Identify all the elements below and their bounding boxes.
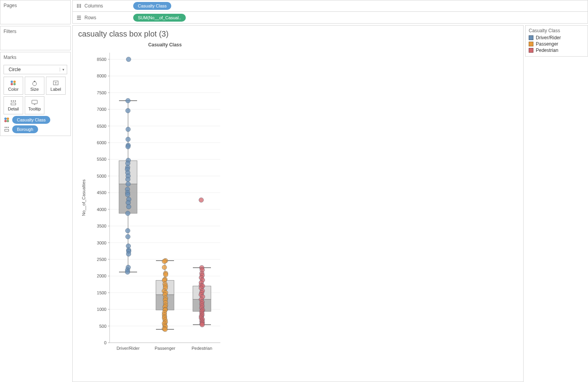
svg-point-10 <box>15 101 16 102</box>
svg-text:5500: 5500 <box>97 157 106 162</box>
legend-item[interactable]: Passenger <box>529 41 584 47</box>
legend-label: Pedestrian <box>536 48 558 53</box>
svg-point-2 <box>13 81 16 83</box>
svg-rect-21 <box>77 4 78 8</box>
marks-color-pill-row: Casualty Class <box>4 116 67 124</box>
columns-icon <box>77 4 81 8</box>
legend-item[interactable]: Pedestrian <box>529 48 584 53</box>
svg-text:8000: 8000 <box>97 73 106 78</box>
svg-point-159 <box>163 327 167 332</box>
color-legend[interactable]: Casualty Class Driver/RiderPassengerPede… <box>525 25 588 57</box>
svg-point-1 <box>11 81 13 83</box>
box-plot-chart[interactable]: Casualty Class05001000150020002500300035… <box>78 41 224 355</box>
svg-point-8 <box>11 101 12 102</box>
svg-point-15 <box>4 120 7 122</box>
svg-text:1500: 1500 <box>97 290 106 295</box>
svg-text:3000: 3000 <box>97 241 106 245</box>
columns-pill[interactable]: Casualty Class <box>133 2 171 10</box>
svg-text:2500: 2500 <box>97 257 106 262</box>
svg-point-167 <box>199 198 203 202</box>
legend-title: Casualty Class <box>529 28 584 33</box>
svg-text:3500: 3500 <box>97 224 106 228</box>
color-icon <box>4 117 10 123</box>
svg-point-97 <box>126 144 130 149</box>
chevron-down-icon: ▾ <box>60 68 64 72</box>
tooltip-icon <box>31 99 38 106</box>
rows-icon <box>77 15 81 20</box>
legend-item[interactable]: Driver/Rider <box>529 35 584 40</box>
mark-type-dropdown[interactable]: Circle ▾ <box>4 65 67 74</box>
svg-point-13 <box>4 118 7 120</box>
svg-point-114 <box>126 234 130 239</box>
tooltip-button[interactable]: Tooltip <box>25 96 44 114</box>
pages-shelf[interactable]: Pages <box>0 0 71 24</box>
svg-point-18 <box>6 127 7 128</box>
detail-icon <box>10 99 17 106</box>
svg-text:7500: 7500 <box>97 90 106 95</box>
marks-detail-pill[interactable]: Borough <box>12 125 38 133</box>
label-button[interactable]: T Label <box>46 77 66 95</box>
label-label: Label <box>51 87 61 92</box>
size-button[interactable]: Size <box>25 77 44 95</box>
columns-shelf[interactable]: Columns Casualty Class <box>72 0 588 12</box>
visualization-area: casualty class box plot (3) Casualty Cla… <box>72 25 524 382</box>
svg-point-95 <box>126 137 130 142</box>
legend-swatch <box>529 42 533 46</box>
svg-point-197 <box>200 322 205 327</box>
legend-swatch <box>529 35 533 40</box>
svg-text:6500: 6500 <box>97 124 106 129</box>
svg-rect-22 <box>79 4 79 8</box>
svg-point-108 <box>125 192 130 197</box>
svg-point-133 <box>163 272 168 277</box>
filters-shelf[interactable]: Filters <box>0 26 71 50</box>
pages-title: Pages <box>4 3 67 11</box>
color-label: Color <box>8 87 18 92</box>
svg-point-105 <box>126 182 130 186</box>
svg-point-94 <box>126 127 130 132</box>
legend-label: Driver/Rider <box>536 35 561 40</box>
mark-type-label: Circle <box>9 67 21 72</box>
marks-card: Marks Circle ▾ Color Size T <box>0 52 71 136</box>
svg-point-14 <box>7 118 9 120</box>
svg-point-121 <box>125 270 130 274</box>
svg-text:4500: 4500 <box>97 190 106 195</box>
svg-text:8500: 8500 <box>97 57 106 62</box>
svg-text:0: 0 <box>104 340 106 345</box>
size-icon <box>31 80 38 86</box>
svg-rect-11 <box>11 103 16 105</box>
worksheet-title[interactable]: casualty class box plot (3) <box>78 29 518 39</box>
svg-point-5 <box>33 82 37 86</box>
legend-swatch <box>529 48 533 53</box>
svg-rect-26 <box>77 19 81 20</box>
marks-title: Marks <box>4 55 67 62</box>
svg-text:7000: 7000 <box>97 107 106 112</box>
svg-text:6000: 6000 <box>97 140 106 145</box>
svg-point-93 <box>126 108 130 113</box>
svg-point-131 <box>162 265 167 270</box>
svg-text:1000: 1000 <box>97 307 106 312</box>
svg-point-3 <box>11 83 13 85</box>
svg-point-91 <box>126 57 131 62</box>
filters-title: Filters <box>4 29 67 37</box>
color-button[interactable]: Color <box>4 77 23 95</box>
detail-icon <box>4 126 10 132</box>
rows-shelf[interactable]: Rows SUM(No__of_Casual.. <box>72 12 588 24</box>
size-label: Size <box>30 87 38 92</box>
svg-point-118 <box>126 252 131 256</box>
svg-text:Casualty Class: Casualty Class <box>148 42 182 48</box>
rows-label: Rows <box>84 15 96 20</box>
svg-point-113 <box>125 228 130 233</box>
label-icon: T <box>52 80 59 86</box>
rows-pill[interactable]: SUM(No__of_Casual.. <box>133 14 186 22</box>
svg-rect-25 <box>77 17 81 18</box>
svg-point-9 <box>13 101 14 102</box>
marks-color-pill[interactable]: Casualty Class <box>12 116 50 124</box>
svg-point-19 <box>8 127 9 128</box>
svg-text:Driver/Rider: Driver/Rider <box>117 346 140 351</box>
svg-text:T: T <box>55 81 57 85</box>
svg-text:Passenger: Passenger <box>155 346 176 351</box>
svg-rect-12 <box>32 100 37 104</box>
detail-button[interactable]: Detail <box>4 96 23 114</box>
svg-point-16 <box>7 120 9 122</box>
svg-text:5000: 5000 <box>97 174 106 178</box>
